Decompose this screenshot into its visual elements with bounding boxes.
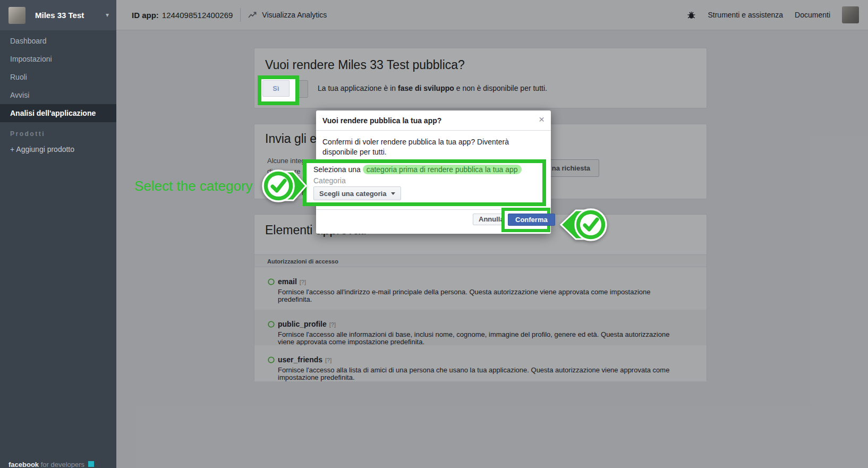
toggle-yes-highlight: Sì bbox=[262, 80, 290, 97]
sidebar-nav: Dashboard Impostazioni Ruoli Avvisi Anal… bbox=[0, 32, 116, 122]
add-product-button[interactable]: + Aggiungi prodotto bbox=[10, 145, 74, 154]
highlighted-text: categoria prima di rendere pubblica la t… bbox=[363, 165, 522, 174]
sidebar: Miles 33 Test ▾ Dashboard Impostazioni R… bbox=[0, 0, 116, 468]
close-icon[interactable]: × bbox=[539, 114, 544, 125]
caret-down-icon bbox=[391, 192, 395, 195]
page: Miles 33 Test ▾ Dashboard Impostazioni R… bbox=[0, 0, 868, 468]
sidebar-item[interactable]: Analisi dell'applicazione bbox=[0, 104, 116, 122]
category-label: Categoria bbox=[313, 176, 346, 185]
modal-overlay bbox=[116, 0, 868, 468]
app-switcher[interactable]: Miles 33 Test ▾ bbox=[0, 0, 116, 30]
modal-body-text: Confermi di voler rendere pubblica la tu… bbox=[322, 137, 546, 157]
logo-square bbox=[88, 461, 94, 467]
annotation-category-box: Seleziona una categoria prima di rendere… bbox=[303, 159, 546, 206]
sidebar-item[interactable]: Avvisi bbox=[0, 86, 116, 104]
confirm-button[interactable]: Conferma bbox=[508, 214, 555, 226]
select-prefix: Seleziona una bbox=[313, 165, 363, 174]
annotation-confirm-box: Conferma bbox=[501, 208, 550, 232]
sidebar-section-products: Prodotti bbox=[10, 130, 45, 138]
annotation-toggle-box: Sì bbox=[258, 75, 299, 105]
sidebar-item[interactable]: Impostazioni bbox=[0, 50, 116, 68]
sidebar-item[interactable]: Dashboard bbox=[0, 32, 116, 50]
check-badge-arrow-right bbox=[255, 160, 317, 211]
category-dropdown-label: Scegli una categoria bbox=[319, 190, 386, 198]
facebook-developers-logo: facebook for developers bbox=[8, 461, 94, 468]
app-avatar bbox=[8, 7, 25, 24]
caret-down-icon: ▾ bbox=[106, 11, 109, 19]
logo-rest: for developers bbox=[39, 461, 84, 468]
annotation-note: Select the category bbox=[134, 178, 253, 194]
modal-title: Vuoi rendere pubblica la tua app? bbox=[322, 116, 441, 125]
sidebar-item[interactable]: Ruoli bbox=[0, 68, 116, 86]
logo-bold: facebook bbox=[8, 461, 39, 468]
select-category-text: Seleziona una categoria prima di rendere… bbox=[313, 165, 522, 174]
app-name: Miles 33 Test bbox=[35, 11, 84, 20]
category-dropdown[interactable]: Scegli una categoria bbox=[313, 186, 401, 200]
modal-header: Vuoi rendere pubblica la tua app? × bbox=[316, 110, 551, 131]
check-badge-arrow-left bbox=[552, 199, 614, 250]
